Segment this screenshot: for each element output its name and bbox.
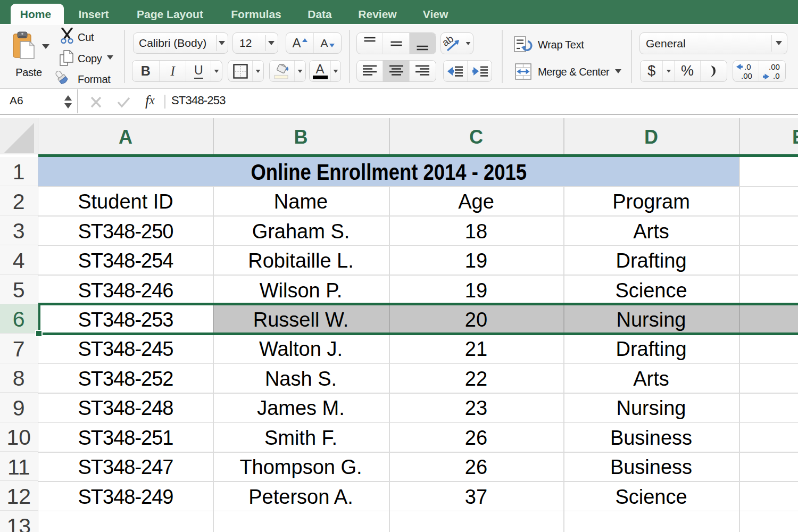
svg-text:.0: .0 — [773, 71, 780, 80]
svg-text:.0: .0 — [744, 62, 751, 71]
svg-text:.00: .00 — [769, 62, 780, 71]
svg-text:.00: .00 — [741, 71, 752, 80]
